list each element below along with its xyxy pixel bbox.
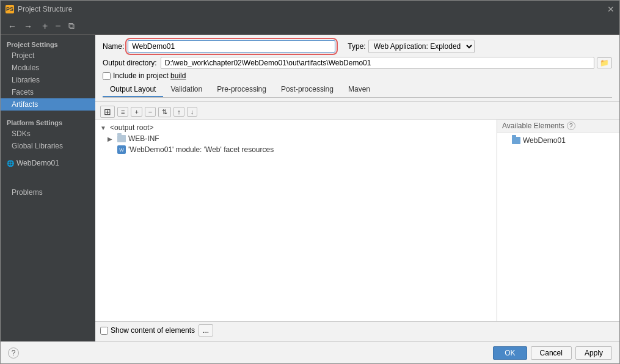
web-resources-label: 'WebDemo01' module: 'Web' facet resource… [128, 145, 274, 154]
left-tree: ▼ <output root> ▶ WEB-INF [95, 120, 497, 321]
add-artifact-button[interactable]: + [40, 20, 50, 32]
project-settings-title: Project Settings [1, 37, 95, 49]
remove-artifact-button[interactable]: − [53, 20, 63, 32]
sidebar-item-problems[interactable]: Problems [1, 186, 95, 198]
title-bar-left: PS Project Structure [5, 5, 72, 13]
expand-icon: ▶ [108, 136, 115, 142]
folder-blue-icon [512, 137, 520, 144]
output-directory-input[interactable] [161, 57, 594, 69]
sidebar-item-webdemo01[interactable]: 🌐 WebDemo01 [1, 157, 95, 169]
include-build-row: Include in project build [103, 71, 612, 80]
options-btn[interactable]: ≡ [117, 107, 128, 117]
copy-artifact-button[interactable]: ⧉ [66, 20, 77, 32]
ok-button[interactable]: OK [493, 346, 527, 360]
footer: ? OK Cancel Apply [1, 341, 619, 363]
back-button[interactable]: ← [5, 21, 19, 32]
tab-pre-processing[interactable]: Pre-processing [210, 82, 274, 97]
available-elements-panel: Available Elements ? WebDemo01 [497, 120, 619, 321]
name-type-row: Name: Type: Web Application: Exploded We… [103, 40, 612, 53]
tab-maven[interactable]: Maven [341, 82, 377, 97]
tree-available-container: ▼ <output root> ▶ WEB-INF [95, 120, 619, 321]
available-elements-label: Available Elements [502, 122, 564, 130]
forward-button[interactable]: → [21, 21, 35, 32]
platform-settings-title: Platform Settings [1, 115, 95, 128]
close-button[interactable]: ✕ [607, 5, 615, 13]
bottom-bar: Show content of elements ... [95, 321, 619, 339]
content-toolbar: ⊞ ≡ + − ⇅ ↑ ↓ [95, 104, 619, 120]
title-bar: PS Project Structure ✕ [1, 1, 619, 18]
available-elements-tree: WebDemo01 [497, 133, 619, 321]
footer-buttons: OK Cancel Apply [493, 346, 612, 360]
output-root-label: <output root> [110, 123, 153, 132]
sidebar-item-sdks[interactable]: SDKs [1, 128, 95, 140]
cancel-button[interactable]: Cancel [531, 346, 572, 360]
app-icon: PS [5, 5, 14, 13]
name-input-wrapper [128, 40, 335, 53]
main-content: Project Settings Project Modules Librari… [1, 35, 619, 341]
show-content-checkbox[interactable] [100, 327, 108, 335]
right-panel: Name: Type: Web Application: Exploded We… [95, 35, 619, 341]
move-up-btn[interactable]: ↑ [173, 107, 184, 117]
sidebar-item-global-libraries[interactable]: Global Libraries [1, 140, 95, 152]
web-resource-icon: W [117, 145, 126, 154]
dialog-title: Project Structure [18, 5, 72, 13]
artifact-header: Name: Type: Web Application: Exploded We… [95, 35, 619, 102]
name-input[interactable] [128, 40, 335, 53]
build-underline: build [170, 71, 186, 80]
include-build-checkbox[interactable] [103, 72, 111, 80]
sidebar-item-facets[interactable]: Facets [1, 86, 95, 98]
footer-help[interactable]: ? [8, 348, 19, 359]
add-btn[interactable]: + [131, 107, 142, 117]
dots-button[interactable]: ... [199, 324, 213, 337]
sidebar-item-libraries[interactable]: Libraries [1, 74, 95, 86]
available-elements-header: Available Elements ? [497, 120, 619, 133]
move-down-btn[interactable]: ↓ [187, 107, 198, 117]
show-content-row: Show content of elements [100, 326, 195, 335]
webinf-label: WEB-INF [128, 134, 159, 143]
sidebar-item-project[interactable]: Project [1, 49, 95, 62]
include-build-label[interactable]: Include in project build [113, 71, 186, 80]
browse-button[interactable]: 📁 [597, 57, 612, 68]
name-label: Name: [103, 42, 124, 51]
sort-btn[interactable]: ⇅ [158, 107, 171, 117]
show-content-label[interactable]: Show content of elements [111, 326, 195, 335]
tab-validation[interactable]: Validation [163, 82, 210, 97]
folder-icon [117, 135, 126, 142]
tab-output-layout[interactable]: Output Layout [103, 82, 163, 97]
tree-item-webinf[interactable]: ▶ WEB-INF [95, 133, 497, 144]
available-item-webdemo01[interactable]: WebDemo01 [497, 135, 619, 146]
apply-button[interactable]: Apply [575, 346, 612, 360]
remove-btn[interactable]: − [145, 107, 156, 117]
type-label: Type: [348, 42, 365, 51]
sidebar: Project Settings Project Modules Librari… [1, 35, 95, 341]
output-label: Output directory: [103, 59, 157, 67]
panel-content: ⊞ ≡ + − ⇅ ↑ ↓ ▼ [95, 102, 619, 341]
tree-item-web-resources[interactable]: W 'WebDemo01' module: 'Web' facet resour… [95, 144, 497, 155]
project-structure-dialog: PS Project Structure ✕ ← → + − ⧉ Project… [0, 0, 620, 364]
available-webdemo01-label: WebDemo01 [523, 136, 566, 145]
tree-area: ▼ <output root> ▶ WEB-INF [95, 120, 497, 321]
tree-item-output-root[interactable]: ▼ <output root> [95, 122, 497, 133]
sidebar-item-modules[interactable]: Modules [1, 62, 95, 74]
sidebar-item-artifacts[interactable]: Artifacts [1, 98, 95, 111]
expand-icon: ▼ [100, 125, 108, 131]
tabs-bar: Output Layout Validation Pre-processing … [103, 82, 612, 98]
tab-post-processing[interactable]: Post-processing [274, 82, 341, 97]
dialog-toolbar: ← → + − ⧉ [1, 18, 619, 35]
help-icon-available[interactable]: ? [567, 122, 575, 130]
type-select[interactable]: Web Application: Exploded Web Applicatio… [368, 40, 475, 53]
output-row: Output directory: 📁 [103, 57, 612, 69]
add-element-btn[interactable]: ⊞ [100, 106, 115, 118]
